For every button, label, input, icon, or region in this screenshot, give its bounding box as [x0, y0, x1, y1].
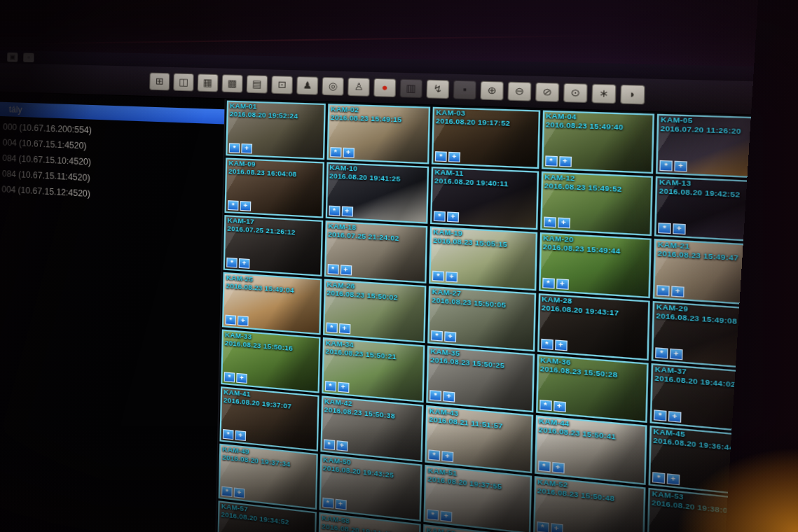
ptz-icon[interactable]: * [224, 372, 235, 382]
zoom-reset-icon[interactable]: ⊙ [563, 83, 588, 103]
layout-grid-icon[interactable]: ⊞ [149, 73, 170, 91]
ptz-icon[interactable]: + [338, 323, 350, 334]
camera-tile[interactable]: KAM-342016.08.23 15:50:21*+ [322, 337, 425, 402]
ptz-icon[interactable]: + [440, 510, 452, 522]
ptz-icon[interactable]: * [229, 143, 240, 153]
ptz-icon[interactable]: * [658, 223, 671, 234]
ptz-icon[interactable]: + [553, 401, 565, 412]
record-icon[interactable]: ● [373, 78, 396, 97]
ptz-icon[interactable]: * [543, 217, 556, 228]
camera-tile[interactable]: KAM-102016.08.20 19:41:25*+ [325, 162, 429, 224]
ptz-icon[interactable]: * [324, 381, 336, 392]
ptz-icon[interactable]: * [223, 429, 234, 440]
ptz-icon[interactable]: + [236, 373, 247, 384]
ptz-icon[interactable]: + [341, 206, 352, 217]
event-flash-icon[interactable]: ↯ [426, 80, 449, 99]
camera-tile[interactable]: KAM-352016.08.23 15:50:25*+ [426, 346, 534, 413]
ptz-icon[interactable]: + [673, 223, 686, 234]
camera-tile[interactable]: KAM-012016.08.20 19:52:24*+ [226, 101, 325, 160]
camera-tile[interactable]: KAM-272016.08.23 15:50:05*+ [427, 286, 535, 351]
zoom-in-icon[interactable]: ⊕ [480, 81, 504, 101]
titlebar-app-icon[interactable]: ▣ [7, 52, 18, 62]
ptz-icon[interactable]: * [545, 155, 558, 166]
camera-tile[interactable]: KAM-362016.08.23 15:50:28*+ [535, 354, 648, 423]
camera-tile[interactable]: KAM-332016.08.23 15:50:16*+ [221, 329, 320, 393]
ptz-icon[interactable]: + [343, 148, 354, 158]
ptz-icon[interactable]: * [431, 330, 443, 342]
camera-tile[interactable]: KAM-432016.08.21 11:51:57*+ [425, 405, 532, 473]
ptz-icon[interactable]: + [240, 201, 252, 211]
ptz-icon[interactable]: * [429, 390, 441, 401]
zoom-out-icon[interactable]: ⊖ [508, 82, 532, 102]
ptz-icon[interactable]: * [221, 486, 233, 498]
camera-tile[interactable]: KAM-512016.08.20 19:37:55*+ [423, 465, 531, 532]
ptz-icon[interactable]: * [539, 400, 551, 411]
ptz-icon[interactable]: + [340, 265, 351, 275]
ptz-icon[interactable]: * [225, 315, 236, 326]
grid-dim-icon[interactable]: ▥ [400, 79, 423, 98]
ptz-icon[interactable]: + [559, 156, 572, 167]
camera-tile[interactable]: KAM-092016.08.23 16:04:08*+ [224, 158, 324, 218]
ptz-icon[interactable]: * [323, 439, 334, 450]
camera-tile[interactable]: KAM-422016.08.23 15:50:38*+ [320, 396, 424, 462]
ptz-icon[interactable]: + [235, 430, 246, 441]
alarm-dim-icon[interactable]: ▪ [453, 80, 476, 100]
camera-tile[interactable]: KAM-522016.08.23 15:50:48*+ [532, 476, 645, 532]
snapshot-icon[interactable]: ◎ [322, 77, 343, 96]
ptz-icon[interactable]: + [447, 211, 459, 222]
camera-tile[interactable]: KAM-262016.08.23 15:50:02*+ [322, 279, 426, 343]
ptz-icon[interactable]: * [226, 258, 238, 268]
camera-tile[interactable]: KAM-252016.08.23 15:49:04*+ [222, 272, 322, 335]
ptz-icon[interactable]: * [327, 264, 338, 274]
ptz-icon[interactable]: + [239, 258, 250, 269]
user-session-icon[interactable]: ♟ [296, 76, 318, 95]
camera-tile[interactable]: KAM-492016.08.20 19:37:34*+ [219, 444, 318, 510]
ptz-icon[interactable]: + [554, 340, 567, 351]
camera-tile[interactable]: KAM-032016.08.20 19:17:52*+ [432, 107, 540, 169]
ptz-icon[interactable]: * [432, 271, 444, 281]
camera-tile[interactable]: KAM-442016.08.23 15:50:41*+ [534, 415, 647, 485]
ptz-icon[interactable]: + [670, 349, 683, 360]
ptz-icon[interactable]: + [557, 218, 570, 229]
camera-tile[interactable]: KAM-202016.08.23 15:49:44*+ [538, 232, 652, 298]
operator-icon[interactable]: ♙ [348, 78, 370, 97]
ptz-icon[interactable]: * [322, 498, 333, 509]
zoom-area-icon[interactable]: ⊘ [535, 83, 559, 102]
ptz-icon[interactable]: + [444, 331, 456, 342]
ptz-icon[interactable]: * [228, 200, 239, 211]
ptz-icon[interactable]: * [654, 410, 667, 421]
ptz-icon[interactable]: * [652, 472, 666, 484]
camera-tile[interactable]: KAM-412016.08.20 19:37:07*+ [219, 386, 319, 451]
ptz-icon[interactable]: + [668, 411, 682, 423]
ptz-icon[interactable]: * [329, 206, 340, 216]
ptz-icon[interactable]: + [446, 272, 458, 283]
camera-tile[interactable]: KAM-042016.08.23 15:49:40*+ [541, 111, 654, 174]
ptz-icon[interactable]: * [540, 339, 553, 350]
ptz-icon[interactable]: + [335, 499, 346, 510]
ptz-icon[interactable]: + [238, 316, 249, 326]
ptz-icon[interactable]: * [659, 160, 673, 172]
ptz-icon[interactable]: + [448, 152, 460, 162]
camera-tile[interactable]: KAM-172016.07.25 21:26:12*+ [223, 215, 323, 276]
playback-monitor-icon[interactable]: ⊡ [271, 76, 293, 94]
ptz-icon[interactable]: + [551, 462, 564, 474]
ptz-icon[interactable]: * [655, 347, 668, 358]
ptz-icon[interactable]: * [428, 449, 440, 461]
settings-star-icon[interactable]: ∗ [591, 84, 616, 104]
ptz-icon[interactable]: + [338, 382, 349, 393]
ptz-icon[interactable]: * [434, 211, 446, 221]
ptz-icon[interactable]: * [542, 278, 554, 289]
titlebar-app-icon[interactable]: ▫ [23, 52, 34, 62]
ptz-icon[interactable]: * [330, 147, 341, 158]
ptz-icon[interactable]: * [435, 151, 447, 162]
grid-9-icon[interactable]: ▦ [198, 74, 219, 92]
grid-16-icon[interactable]: ▩ [222, 74, 243, 92]
camera-tile[interactable]: KAM-022016.08.23 15:49:15*+ [326, 104, 430, 164]
ptz-icon[interactable]: * [537, 461, 550, 472]
ptz-icon[interactable]: + [441, 451, 453, 462]
ptz-icon[interactable]: + [667, 473, 680, 485]
ptz-icon[interactable]: * [326, 323, 337, 333]
ptz-icon[interactable]: + [671, 286, 685, 297]
ptz-icon[interactable]: * [536, 522, 549, 532]
ptz-icon[interactable]: * [427, 509, 439, 520]
